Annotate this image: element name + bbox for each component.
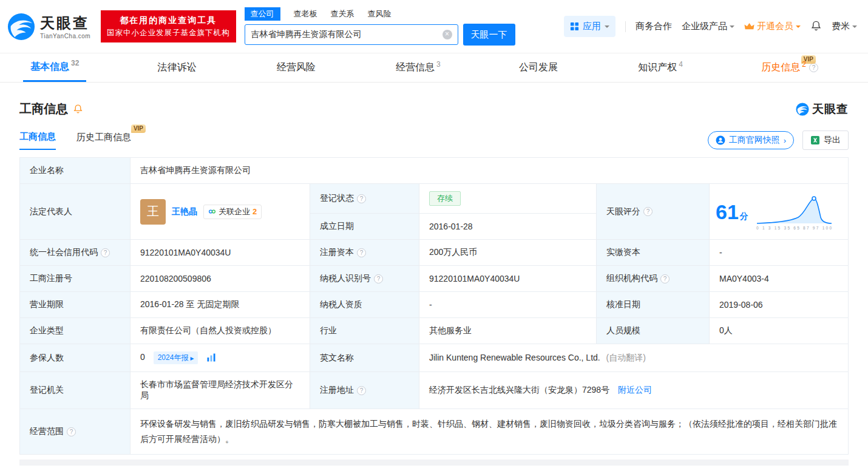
table-row: 企业类型 有限责任公司（自然人投资或控股） 行业 其他服务业 人员规模 0人 [20, 318, 849, 344]
subtab-label: 历史工商信息 [76, 132, 131, 142]
company-section-tabs: 基本信息32 法律诉讼 经营风险 经营信息3 公司发展 知识产权4 VIP 历史… [0, 53, 868, 83]
taxpayer-id-label: 纳税人识别号? [310, 266, 419, 292]
field-label: 行业 [320, 325, 337, 335]
field-label: 参保人数 [30, 353, 64, 362]
tab-operation-info[interactable]: 经营信息3 [388, 53, 448, 82]
help-icon[interactable]: ? [660, 274, 670, 283]
tab-company-development[interactable]: 公司发展 [512, 53, 567, 82]
business-scope-label: 经营范围? [20, 409, 131, 455]
related-label: 关联企业 [219, 206, 250, 217]
brand-name: 天眼查 [40, 13, 90, 33]
snapshot-icon [716, 135, 725, 145]
snapshot-label: 工商官网快照 [729, 135, 780, 146]
address-cell: 经济开发区长吉北线兴隆大街（安龙泉）7298号 附近公司 [419, 372, 849, 409]
subtab-history-business-info[interactable]: VIP 历史工商信息 [76, 132, 131, 149]
clear-icon[interactable]: × [442, 30, 452, 39]
caret-down-icon [730, 25, 734, 30]
caret-down-icon [605, 25, 609, 30]
field-label: 天眼评分 [606, 206, 640, 216]
export-button[interactable]: 导出 [802, 131, 849, 150]
help-icon[interactable]: ? [357, 248, 366, 257]
tab-basic-info[interactable]: 基本信息32 [23, 53, 86, 82]
table-row: 统一社会信用代码? 91220101MA0Y40034U 注册资本? 200万人… [20, 240, 849, 266]
legal-rep-name-link[interactable]: 王艳晶 [172, 206, 197, 217]
search-tab-boss[interactable]: 查老板 [294, 7, 317, 21]
annual-report-label: 2024年报 [158, 353, 189, 363]
nav-user[interactable]: 费米 [832, 21, 857, 32]
nav-enterprise-products[interactable]: 企业级产品 [682, 21, 734, 32]
tab-operation-risk[interactable]: 经营风险 [270, 53, 325, 82]
promo-banner: 都在用的商业查询工具 国家中小企业发展子基金旗下机构 [101, 10, 236, 42]
help-icon[interactable]: ? [374, 274, 383, 283]
reg-authority-value: 长春市市场监督管理局经济技术开发区分局 [131, 372, 310, 409]
annual-report-badge[interactable]: 2024年报 ▸ [154, 351, 198, 364]
tianyancha-logo-icon [796, 103, 809, 116]
reg-status-cell: 存续 [419, 184, 597, 214]
field-label: 登记状态 [320, 193, 354, 203]
industry-label: 行业 [310, 318, 419, 344]
grid-icon [570, 22, 579, 31]
help-icon[interactable]: ? [357, 386, 366, 395]
field-label: 核准日期 [606, 299, 640, 309]
main-content: 工商信息 天眼查 工商信息 VIP 历史工商信息 [0, 101, 868, 466]
field-label: 实缴资本 [606, 247, 640, 257]
search-input[interactable] [245, 24, 458, 45]
export-label: 导出 [824, 135, 841, 146]
industry-value: 其他服务业 [419, 318, 597, 344]
subscribe-bell-icon[interactable] [73, 104, 83, 114]
reg-number-label: 工商注册号 [20, 266, 131, 292]
search-tab-risk[interactable]: 查风险 [368, 7, 392, 21]
search-button[interactable]: 天眼一下 [463, 24, 515, 46]
tab-history-info[interactable]: VIP 历史信息2 ? [754, 53, 826, 82]
caret-down-icon [796, 25, 801, 30]
chevron-right-icon: ▸ [190, 354, 194, 362]
tab-count: 2 [802, 60, 806, 69]
taxpayer-id-value: 91220101MA0Y40034U [419, 266, 597, 292]
subtab-row: 工商信息 VIP 历史工商信息 工商官网快照 › 导出 [19, 131, 849, 150]
apps-button[interactable]: 应用 [564, 16, 615, 37]
field-label: 注册资本 [320, 247, 354, 257]
taxpayer-quality-label: 纳税人资质 [310, 292, 419, 318]
business-term-value: 2016-01-28 至 无固定期限 [131, 292, 310, 318]
field-label: 纳税人识别号 [320, 273, 371, 283]
official-snapshot-button[interactable]: 工商官网快照 › [708, 131, 794, 149]
help-icon[interactable]: ? [101, 248, 110, 257]
insured-count-cell: 0 2024年报 ▸ [131, 344, 310, 372]
subtab-business-info[interactable]: 工商信息 [19, 131, 56, 150]
help-icon[interactable]: ? [67, 427, 76, 436]
page-bottom-strip [19, 460, 849, 466]
legal-rep-label: 法定代表人 [20, 184, 131, 240]
org-code-label: 组织机构代码? [597, 266, 710, 292]
help-icon[interactable]: ? [357, 194, 366, 203]
tianyancha-logo[interactable]: 天眼查 TianYanCha.com [7, 13, 98, 41]
field-label: 登记机关 [30, 385, 64, 395]
field-label: 成立日期 [320, 221, 354, 231]
nav-open-vip[interactable]: 开通会员 [744, 21, 801, 32]
search-tab-relation[interactable]: 查关系 [331, 7, 354, 21]
legal-rep-avatar[interactable]: 王 [140, 199, 166, 225]
tab-legal-litigation[interactable]: 法律诉讼 [151, 53, 206, 82]
crown-icon [744, 22, 754, 31]
search-tab-company[interactable]: 查公司 [245, 7, 280, 21]
related-companies-tag[interactable]: 关联企业 2 [203, 205, 262, 219]
approval-date-value: 2019-08-06 [710, 292, 849, 318]
tab-label: 公司发展 [519, 61, 558, 74]
trend-chart-icon[interactable] [206, 353, 216, 362]
score-axis-ticks: 0 1 3 15 35 65 87 97 100 [756, 226, 832, 230]
help-icon[interactable]: ? [643, 207, 653, 216]
nav-vip-label: 开通会员 [757, 21, 793, 32]
approval-date-label: 核准日期 [597, 292, 710, 318]
nearby-companies-link[interactable]: 附近公司 [618, 385, 652, 395]
help-icon[interactable]: ? [809, 63, 818, 72]
field-label: 组织机构代码 [606, 273, 657, 283]
reg-capital-value: 200万人民币 [419, 240, 597, 266]
company-name-value: 吉林省坤腾再生资源有限公司 [131, 158, 849, 184]
tab-intellectual-property[interactable]: 知识产权4 [631, 53, 690, 82]
paid-capital-label: 实缴资本 [597, 240, 710, 266]
score-distribution-chart: 0 1 3 15 35 65 87 97 100 [754, 193, 833, 231]
tianyan-score[interactable]: 61分 0 1 3 15 35 65 87 97 100 [716, 193, 842, 231]
nav-business-cooperation[interactable]: 商务合作 [636, 21, 672, 32]
business-term-label: 营业期限 [20, 292, 131, 318]
notification-bell-icon[interactable] [810, 20, 822, 33]
section-head: 工商信息 天眼查 [19, 101, 849, 117]
